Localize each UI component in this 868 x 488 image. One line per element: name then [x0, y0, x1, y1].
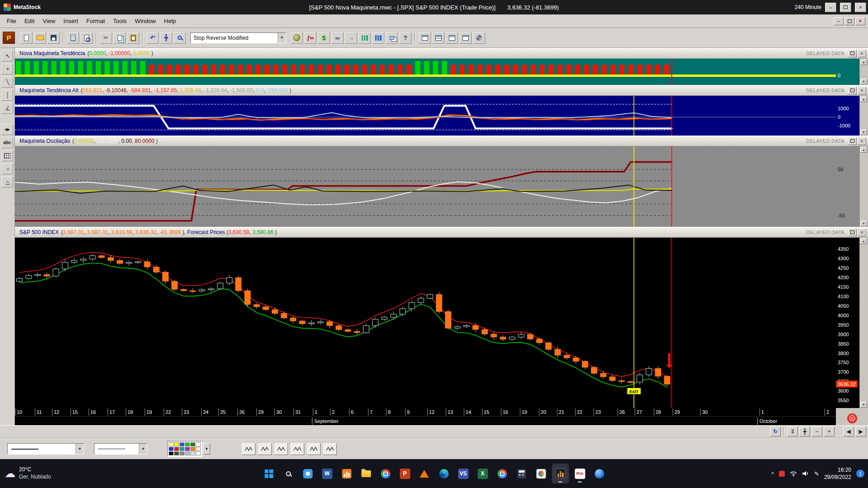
tile-vertical-icon[interactable] [446, 32, 458, 44]
powerpoint-app[interactable]: P [396, 464, 414, 483]
edge-browser[interactable] [435, 464, 453, 483]
chevron-down-icon[interactable]: ▼ [75, 444, 84, 454]
menu-format[interactable]: Format [82, 16, 109, 26]
palette-color[interactable] [185, 442, 190, 446]
trendline-tool[interactable]: ╲ [1, 76, 13, 88]
scan-icon[interactable]: ∞ [331, 32, 344, 44]
palette-color[interactable] [169, 447, 174, 451]
palette-color[interactable] [190, 451, 195, 455]
taskbar-clock[interactable]: 16:20 29/09/2022 [824, 466, 851, 481]
palette-color[interactable] [196, 447, 201, 451]
palette-color[interactable] [190, 447, 195, 451]
panel-restore-button[interactable] [848, 50, 857, 57]
palette-color[interactable] [196, 451, 201, 455]
ellipse-tool[interactable]: ○ [1, 163, 13, 174]
palette-color[interactable] [174, 447, 179, 451]
tendencia-alt-chart[interactable] [15, 96, 836, 136]
triangle-tool[interactable]: △ [1, 176, 13, 188]
oscilacao-chart[interactable] [15, 146, 836, 227]
sphere-app[interactable] [591, 464, 608, 483]
document-close-button[interactable]: × [855, 17, 865, 25]
scroll-down-icon[interactable]: ▼ [860, 221, 867, 226]
scroll-down-icon[interactable]: ▼ [860, 402, 867, 408]
zigzag-style-button-2[interactable] [258, 443, 272, 455]
line-style-dropdown[interactable]: ▼ [7, 443, 84, 455]
palette-color[interactable] [179, 451, 184, 455]
palette-color[interactable] [169, 451, 174, 455]
search-button[interactable] [280, 464, 297, 483]
zoom-icon[interactable] [174, 32, 186, 44]
panel-scrollbar[interactable]: ▲ ▼ [859, 59, 868, 85]
vertical-line-tool[interactable]: │ [1, 89, 13, 101]
refresh-chart-button[interactable]: ↻ [770, 427, 781, 436]
crosshair-tool[interactable]: + [1, 63, 13, 75]
panel-header-tendencia[interactable]: Nova Maquineta Tendência (0.0000, -1.000… [15, 48, 868, 59]
copy-icon[interactable] [113, 32, 126, 44]
volume-icon[interactable] [802, 471, 809, 476]
overlay-chart-icon[interactable] [386, 32, 398, 44]
pan-chart-button[interactable]: ╋ [799, 427, 810, 436]
download-chart-icon[interactable] [372, 32, 384, 44]
cascade-windows-icon[interactable] [419, 32, 431, 44]
palette-color[interactable] [196, 442, 201, 446]
explorer-icon[interactable] [291, 32, 303, 44]
palette-color[interactable] [179, 447, 184, 451]
undo-icon[interactable]: ↶ [146, 32, 159, 44]
file-explorer[interactable] [358, 464, 375, 483]
scroll-right-button[interactable]: ▶ [855, 427, 866, 436]
metastock-pro-app[interactable]: Pro [571, 464, 589, 483]
menu-file[interactable]: File [3, 16, 20, 26]
arrange-windows-icon[interactable] [459, 32, 472, 44]
scroll-down-icon[interactable]: ▼ [860, 79, 867, 84]
stocks-app[interactable] [338, 464, 355, 483]
palette-color[interactable] [185, 447, 190, 451]
grid-tool[interactable] [1, 150, 13, 161]
power-console-button[interactable]: P [3, 32, 15, 44]
open-chart-icon[interactable] [34, 32, 46, 44]
zigzag-style-button-1[interactable] [242, 443, 255, 455]
tile-horizontal-icon[interactable] [432, 32, 444, 44]
panel-restore-button[interactable] [848, 229, 857, 236]
start-button[interactable] [260, 464, 278, 483]
scroll-up-icon[interactable]: ▲ [860, 96, 867, 102]
vlc-app[interactable] [416, 464, 433, 483]
excel-app[interactable]: X [474, 464, 491, 483]
calculator-app[interactable] [513, 464, 530, 483]
price-chart[interactable]: EXIT [15, 238, 836, 408]
panel-scrollbar[interactable]: ▲ ▼ [859, 238, 868, 408]
zigzag-style-button-3[interactable] [274, 443, 288, 455]
panel-restore-button[interactable] [848, 87, 857, 94]
scroll-left-button[interactable]: ◀ [843, 427, 854, 436]
scroll-up-icon[interactable]: ▲ [860, 238, 867, 244]
visual-studio-app[interactable]: VS [455, 464, 472, 483]
chevron-down-icon[interactable]: ▼ [139, 444, 147, 454]
panel-close-button[interactable]: × [858, 50, 866, 57]
weather-widget[interactable]: ☁ 20°C Ger. Nublado [5, 459, 51, 488]
panel-header-oscilacao[interactable]: Maquineta Oscilação (0.00000, -26.0846, … [15, 136, 868, 146]
scroll-arrows-tool[interactable]: ◀▶ [1, 124, 13, 135]
notification-badge[interactable]: 1 [856, 469, 864, 478]
panel-restore-button[interactable] [848, 137, 857, 145]
cut-icon[interactable]: ✂ [100, 32, 112, 44]
zigzag-style-button-6[interactable] [323, 443, 337, 455]
palette-color[interactable] [185, 451, 190, 455]
panel-close-button[interactable]: × [858, 137, 866, 145]
word-app[interactable]: W [319, 464, 336, 483]
panel-close-button[interactable]: × [858, 229, 866, 236]
tray-alert-icon[interactable] [779, 471, 785, 477]
maximize-button[interactable] [840, 3, 851, 12]
palette-color[interactable] [179, 442, 184, 446]
minimize-button[interactable]: – [825, 3, 836, 12]
chrome-browser-2[interactable] [494, 464, 511, 483]
pan-icon[interactable]: ╋ [160, 32, 172, 44]
menu-window[interactable]: Window [131, 16, 160, 26]
save-chart-icon[interactable] [47, 32, 60, 44]
scroll-down-icon[interactable]: ▼ [860, 129, 867, 135]
menu-insert[interactable]: Insert [59, 16, 82, 26]
panel-scrollbar[interactable]: ▲ ▼ [859, 96, 868, 136]
tendencia-chart[interactable] [15, 59, 836, 85]
help-zoom-icon[interactable]: ? [399, 32, 411, 44]
line-weight-dropdown[interactable]: ▼ [94, 443, 147, 455]
forward-icon[interactable]: → [345, 32, 357, 44]
menu-help[interactable]: Help [160, 16, 180, 26]
